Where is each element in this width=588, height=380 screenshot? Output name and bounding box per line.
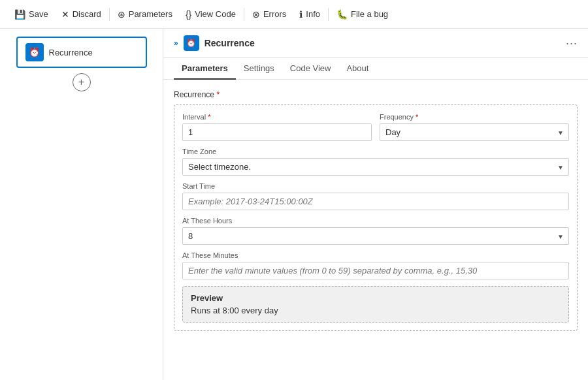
recurrence-node[interactable]: ⏰ Recurrence xyxy=(16,37,147,68)
file-bug-button[interactable]: 🐛 File a bug xyxy=(330,7,395,22)
timezone-select[interactable]: Select timezone. xyxy=(182,158,569,176)
save-icon: 💾 xyxy=(14,9,25,20)
sub-tabs: Parameters Settings Code View About xyxy=(163,58,588,80)
at-these-hours-label: At These Hours xyxy=(182,217,569,225)
preview-title: Preview xyxy=(191,293,561,303)
errors-button[interactable]: ⊗ Errors xyxy=(246,7,293,22)
recurrence-form: Interval * Frequency * Day xyxy=(174,104,578,331)
main-layout: ⏰ Recurrence + » ⏰ Recurrence ··· Parame… xyxy=(0,29,588,380)
panel-title: Recurrence xyxy=(204,38,561,48)
add-step-button[interactable]: + xyxy=(73,73,91,91)
tab-code-view[interactable]: Code View xyxy=(282,58,339,80)
panel-content: Recurrence * Interval * Freque xyxy=(163,80,588,341)
toolbar: 💾 Save ✕ Discard ⊛ Parameters {} View Co… xyxy=(0,0,588,29)
discard-icon: ✕ xyxy=(61,9,69,20)
info-icon: ℹ xyxy=(299,9,302,20)
save-button[interactable]: 💾 Save xyxy=(8,7,55,22)
tab-settings[interactable]: Settings xyxy=(236,58,282,80)
view-code-button[interactable]: {} View Code xyxy=(179,7,242,22)
interval-label: Interval * xyxy=(182,113,372,121)
at-these-hours-select-wrapper: 8 0 1 2 3 4 5 6 7 9 10 11 12 ▼ xyxy=(182,227,569,245)
at-these-minutes-input[interactable] xyxy=(182,262,569,279)
preview-text: Runs at 8:00 every day xyxy=(191,306,561,315)
parameters-button[interactable]: ⊛ Parameters xyxy=(111,7,179,22)
panel-title-icon: ⏰ xyxy=(184,35,199,51)
left-panel: ⏰ Recurrence + xyxy=(0,29,163,380)
more-options-button[interactable]: ··· xyxy=(566,37,578,49)
required-star: * xyxy=(216,90,220,99)
divider-1 xyxy=(109,8,110,21)
node-label: Recurrence xyxy=(49,48,93,57)
info-button[interactable]: ℹ Info xyxy=(293,7,327,22)
bug-icon: 🐛 xyxy=(336,9,348,20)
timezone-select-wrapper: Select timezone. ▼ xyxy=(182,158,569,176)
at-these-minutes-label: At These Minutes xyxy=(182,251,569,259)
divider-2 xyxy=(244,8,244,21)
at-these-hours-select[interactable]: 8 0 1 2 3 4 5 6 7 9 10 11 12 xyxy=(182,227,569,245)
frequency-label: Frequency * xyxy=(380,113,569,121)
node-icon: ⏰ xyxy=(25,43,44,61)
interval-group: Interval * xyxy=(182,113,372,141)
parameters-icon: ⊛ xyxy=(118,9,125,20)
frequency-select-wrapper: Day Week Month Hour Minute Second ▼ xyxy=(380,123,569,141)
interval-input[interactable] xyxy=(182,123,372,141)
errors-icon: ⊗ xyxy=(252,9,260,20)
discard-button[interactable]: ✕ Discard xyxy=(55,7,108,22)
start-time-input[interactable] xyxy=(182,193,569,210)
interval-frequency-row: Interval * Frequency * Day xyxy=(182,113,569,141)
tab-about[interactable]: About xyxy=(338,58,376,80)
tab-parameters[interactable]: Parameters xyxy=(174,58,236,80)
view-code-icon: {} xyxy=(186,9,191,20)
start-time-label: Start Time xyxy=(182,182,569,190)
panel-header: » ⏰ Recurrence ··· xyxy=(163,29,588,58)
frequency-group: Frequency * Day Week Month Hour Minute S… xyxy=(380,113,569,141)
preview-box: Preview Runs at 8:00 every day xyxy=(182,286,569,323)
timezone-label: Time Zone xyxy=(182,148,569,155)
right-panel: » ⏰ Recurrence ··· Parameters Settings C… xyxy=(163,29,588,380)
expand-icon[interactable]: » xyxy=(174,39,178,48)
divider-3 xyxy=(328,8,329,21)
frequency-select[interactable]: Day Week Month Hour Minute Second xyxy=(380,123,569,141)
recurrence-section-label: Recurrence * xyxy=(174,90,578,99)
